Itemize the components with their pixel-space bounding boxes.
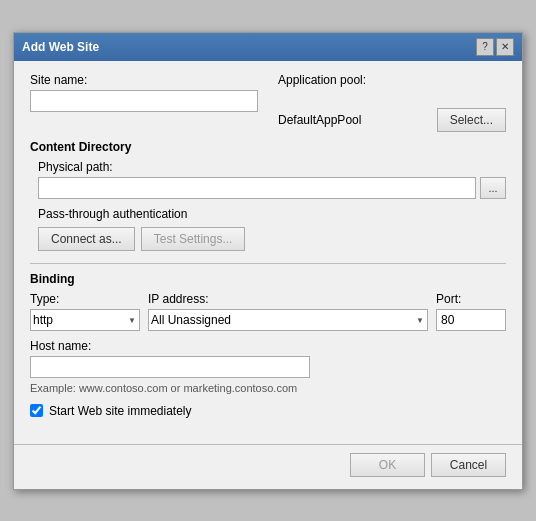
physical-path-input-wrapper (38, 177, 476, 199)
ip-address-group: IP address: All Unassigned 127.0.0.1 (148, 292, 428, 331)
host-name-input[interactable] (30, 356, 310, 378)
dialog-content: Site name: Application pool: DefaultAppP… (14, 61, 522, 444)
site-name-label: Site name: (30, 73, 258, 87)
port-label: Port: (436, 292, 506, 306)
site-name-input[interactable] (30, 90, 258, 112)
binding-type-group: Type: http https ftp (30, 292, 140, 331)
browse-button[interactable]: ... (480, 177, 506, 199)
add-web-site-dialog: Add Web Site ? ✕ Site name: Application … (13, 32, 523, 490)
connect-as-button[interactable]: Connect as... (38, 227, 135, 251)
top-row: Site name: Application pool: DefaultAppP… (30, 73, 506, 132)
divider (30, 263, 506, 264)
host-name-label: Host name: (30, 339, 506, 353)
binding-row: Type: http https ftp IP address: All Una… (30, 292, 506, 331)
host-name-group: Host name: Example: www.contoso.com or m… (30, 339, 506, 394)
pass-through-label: Pass-through authentication (38, 207, 506, 221)
cancel-button[interactable]: Cancel (431, 453, 506, 477)
title-bar: Add Web Site ? ✕ (14, 33, 522, 61)
dialog-title: Add Web Site (22, 40, 99, 54)
app-pool-group: Application pool: DefaultAppPool Select.… (278, 73, 506, 132)
physical-path-input[interactable] (38, 177, 476, 199)
type-select-wrapper: http https ftp (30, 309, 140, 331)
physical-path-label: Physical path: (38, 160, 506, 174)
binding-section: Binding Type: http https ftp IP address: (30, 272, 506, 394)
type-select[interactable]: http https ftp (30, 309, 140, 331)
port-input[interactable] (436, 309, 506, 331)
content-directory-label: Content Directory (30, 140, 506, 154)
title-bar-controls: ? ✕ (476, 38, 514, 56)
start-site-checkbox[interactable] (30, 404, 43, 417)
ok-button[interactable]: OK (350, 453, 425, 477)
content-directory-section: Content Directory Physical path: ... Pas… (30, 140, 506, 251)
start-site-row: Start Web site immediately (30, 404, 506, 418)
port-group: Port: (436, 292, 506, 331)
help-button[interactable]: ? (476, 38, 494, 56)
app-pool-label: Application pool: (278, 73, 506, 87)
physical-path-row: ... (38, 177, 506, 199)
ip-select-wrapper: All Unassigned 127.0.0.1 (148, 309, 428, 331)
select-app-pool-button[interactable]: Select... (437, 108, 506, 132)
bottom-buttons: OK Cancel (14, 444, 522, 489)
type-label: Type: (30, 292, 140, 306)
test-settings-button[interactable]: Test Settings... (141, 227, 246, 251)
app-pool-value: DefaultAppPool (278, 113, 431, 127)
auth-buttons: Connect as... Test Settings... (38, 227, 506, 251)
site-name-group: Site name: (30, 73, 258, 132)
example-text: Example: www.contoso.com or marketing.co… (30, 382, 506, 394)
close-button[interactable]: ✕ (496, 38, 514, 56)
app-pool-row: DefaultAppPool Select... (278, 108, 506, 132)
binding-label: Binding (30, 272, 506, 286)
start-site-label: Start Web site immediately (49, 404, 192, 418)
ip-address-label: IP address: (148, 292, 428, 306)
ip-select[interactable]: All Unassigned 127.0.0.1 (148, 309, 428, 331)
